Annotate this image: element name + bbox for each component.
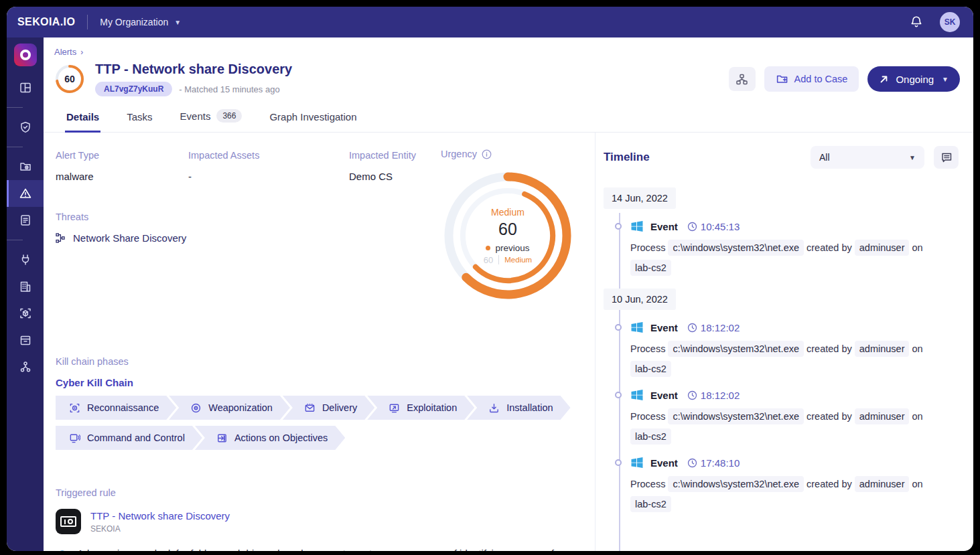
- sidebar-item-alerts[interactable]: [7, 180, 44, 207]
- timeline-filter-value: All: [819, 152, 830, 163]
- timeline-event[interactable]: Event18:12:02Process c:\windows\system32…: [630, 321, 959, 379]
- timeline-event[interactable]: Event17:48:10Process c:\windows\system32…: [630, 456, 959, 514]
- sidebar-item-dashboard[interactable]: [7, 74, 44, 101]
- status-button-ongoing[interactable]: Ongoing ▼: [867, 66, 960, 92]
- threat-name: Network Share Discovery: [73, 232, 186, 244]
- sidebar-item-sandbox[interactable]: [7, 300, 44, 327]
- event-mid-text: created by: [804, 479, 855, 489]
- killchain-phase-reconnaissance[interactable]: Reconnaissance: [56, 396, 176, 420]
- info-icon[interactable]: [482, 149, 492, 159]
- event-mid-text: created by: [804, 411, 855, 422]
- tab-count-badge: 366: [216, 109, 242, 123]
- page-title: TTP - Network share Discovery: [95, 62, 292, 77]
- tab-bar: DetailsTasksEvents366Graph Investigation: [44, 103, 973, 133]
- sidebar-item-observation[interactable]: [7, 153, 44, 180]
- plug-icon: [19, 253, 32, 266]
- process-path-chip[interactable]: c:\windows\system32\net.exe: [668, 476, 804, 492]
- details-pane: Alert TypemalwareImpacted Assets-Impacte…: [44, 133, 596, 551]
- event-label: Event: [650, 457, 678, 469]
- alert-score-ring: 60: [54, 64, 85, 94]
- sidebar-item-graph[interactable]: [7, 353, 44, 380]
- host-chip[interactable]: lab-cs2: [630, 361, 671, 377]
- host-chip[interactable]: lab-cs2: [630, 260, 671, 276]
- user-chip[interactable]: adminuser: [855, 341, 910, 357]
- rule-name-link[interactable]: TTP - Network share Discovery: [90, 510, 230, 522]
- timeline-filter-select[interactable]: All ▼: [811, 146, 924, 169]
- user-chip[interactable]: adminuser: [855, 408, 910, 424]
- timeline-node-icon: [615, 459, 622, 466]
- killchain-phase-delivery[interactable]: Delivery: [283, 396, 374, 420]
- alert-score-value: 60: [54, 64, 85, 94]
- sidebar-item-integrations[interactable]: [7, 246, 44, 273]
- user-chip[interactable]: adminuser: [855, 476, 910, 492]
- tab-label: Events: [180, 110, 211, 122]
- sidebar-item-archive[interactable]: [7, 327, 44, 353]
- killchain-phase-installation[interactable]: Installation: [467, 396, 570, 420]
- event-pre-text: Process: [630, 479, 668, 489]
- killchain-phase-weaponization[interactable]: Weaponization: [169, 396, 290, 420]
- killchain-label: Kill chain phases: [56, 356, 577, 367]
- phase-label: Installation: [506, 402, 553, 413]
- timeline-node-icon: [615, 324, 622, 331]
- sidebar: [7, 37, 44, 551]
- sidebar-item-protect[interactable]: [7, 114, 44, 141]
- killchain-phase-command-and-control[interactable]: Command and Control: [56, 426, 202, 450]
- brand-logo[interactable]: SEKOIA.IO: [17, 16, 75, 28]
- archive-icon: [19, 333, 32, 347]
- sekoia-logo-icon[interactable]: [14, 44, 37, 66]
- event-header: Event10:45:13: [630, 220, 959, 233]
- event-pre-text: Process: [630, 242, 668, 253]
- chevron-down-icon[interactable]: ▼: [174, 19, 181, 26]
- matched-timestamp: - Matched 15 minutes ago: [179, 84, 279, 94]
- host-chip[interactable]: lab-cs2: [630, 496, 671, 512]
- urgency-value: 60: [498, 220, 517, 239]
- organization-switcher[interactable]: My Organization: [100, 17, 168, 27]
- folder-plus-icon: [776, 73, 788, 86]
- event-mid-text: created by: [804, 242, 855, 253]
- process-path-chip[interactable]: c:\windows\system32\net.exe: [668, 341, 804, 357]
- urgency-previous-level: Medium: [504, 256, 532, 264]
- process-path-chip[interactable]: c:\windows\system32\net.exe: [668, 240, 804, 256]
- user-chip[interactable]: adminuser: [855, 240, 910, 256]
- urgency-label: Urgency: [441, 149, 477, 159]
- sidebar-divider: [7, 147, 23, 147]
- phase-label: Weaponization: [208, 402, 273, 413]
- notifications-bell-icon[interactable]: [909, 15, 924, 29]
- field-value: -: [188, 171, 349, 182]
- event-time: 17:48:10: [687, 457, 740, 469]
- add-to-case-button[interactable]: Add to Case: [764, 66, 859, 92]
- killchain-name-link[interactable]: Cyber Kill Chain: [56, 377, 577, 388]
- breadcrumb-alerts-link[interactable]: Alerts: [54, 47, 76, 57]
- graph-link-button[interactable]: [729, 67, 756, 91]
- urgency-previous-label: previous: [495, 243, 529, 253]
- topbar-divider: [87, 15, 88, 29]
- timeline-event[interactable]: Event10:45:13Process c:\windows\system32…: [630, 220, 959, 278]
- event-description: Process c:\windows\system32\net.exe crea…: [630, 238, 962, 278]
- alert-short-id-badge[interactable]: AL7vgZ7yKuuR: [95, 82, 172, 96]
- tab-events[interactable]: Events366: [179, 103, 244, 133]
- process-path-chip[interactable]: c:\windows\system32\net.exe: [668, 408, 804, 424]
- document-icon: [19, 214, 32, 227]
- tab-details[interactable]: Details: [65, 105, 100, 133]
- sidebar-item-cases[interactable]: [7, 207, 44, 234]
- chevron-down-icon[interactable]: ▼: [942, 76, 949, 83]
- tab-tasks[interactable]: Tasks: [125, 105, 153, 133]
- user-avatar[interactable]: SK: [940, 12, 960, 32]
- field-value: malware: [56, 171, 188, 182]
- timeline-title: Timeline: [604, 151, 650, 164]
- killchain-phase-exploitation[interactable]: Exploitation: [367, 396, 474, 420]
- event-post-text: on: [909, 479, 922, 489]
- comment-icon: [940, 151, 953, 163]
- killchain-phase-actions-on-objectives[interactable]: Actions on Objectives: [195, 426, 345, 450]
- event-label: Event: [650, 390, 678, 401]
- tab-graph-investigation[interactable]: Graph Investigation: [268, 105, 358, 133]
- phase-label: Delivery: [322, 402, 357, 413]
- sidebar-item-organization[interactable]: [7, 273, 44, 300]
- field-alert-type: Alert Typemalware: [56, 150, 188, 182]
- comments-button[interactable]: [934, 146, 959, 169]
- topbar: SEKOIA.IO My Organization ▼ SK: [7, 7, 973, 37]
- host-chip[interactable]: lab-cs2: [630, 428, 671, 445]
- event-description: Process c:\windows\system32\net.exe crea…: [630, 406, 962, 447]
- killchain-row: ReconnaissanceWeaponizationDeliveryExplo…: [56, 396, 577, 420]
- timeline-event[interactable]: Event18:12:02Process c:\windows\system32…: [630, 388, 959, 447]
